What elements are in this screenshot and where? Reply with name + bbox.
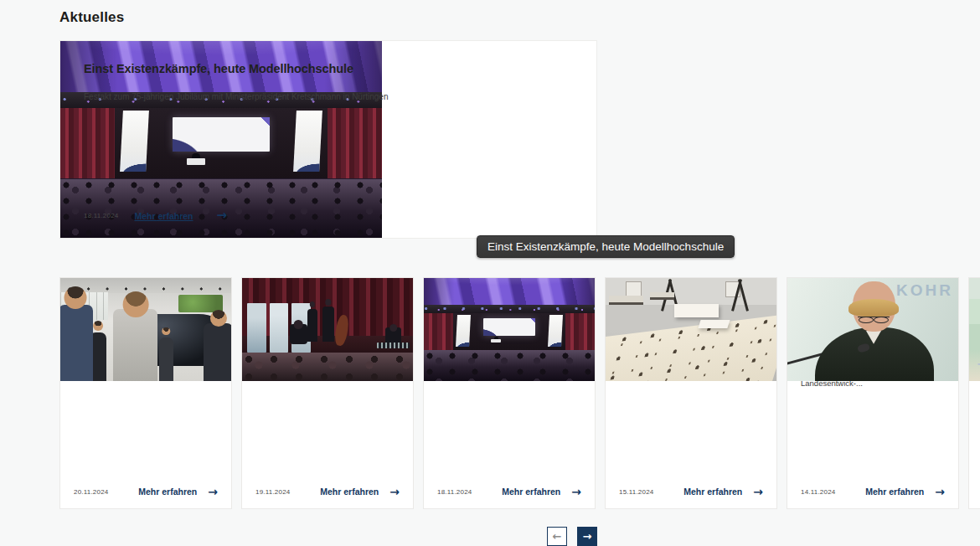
workshop-ceiling-decor bbox=[60, 278, 231, 293]
audience-crowd-decor bbox=[242, 353, 413, 381]
arrow-right-icon[interactable]: → bbox=[216, 209, 227, 222]
rollup-banner-decor bbox=[270, 303, 288, 353]
news-card-modellhochschule[interactable]: Einst Existenzkämpfe, heute Modellhochsc… bbox=[423, 277, 596, 509]
news-card-image bbox=[242, 278, 413, 381]
news-carousel: Ministerpräsident in der Autowerkstatt d… bbox=[59, 277, 980, 509]
more-link[interactable]: Mehr erfahren bbox=[138, 487, 197, 497]
news-card-partial[interactable]: TU bbox=[968, 277, 980, 509]
more-link[interactable]: Mehr erfahren bbox=[502, 487, 560, 497]
news-card-eigenheim[interactable]: KOHR Eigenheim nicht nur für Wenige Stan… bbox=[787, 277, 959, 509]
arrow-right-icon: → bbox=[583, 531, 592, 542]
stage-decor bbox=[424, 313, 595, 350]
aktuelles-news-section: Aktuelles Einst Existenzkämpfe, heute Mo… bbox=[0, 0, 980, 546]
news-card-autowerkstatt[interactable]: Ministerpräsident in der Autowerkstatt d… bbox=[59, 277, 232, 509]
arrow-right-icon[interactable]: → bbox=[753, 486, 763, 497]
rollup-banner-decor bbox=[247, 303, 266, 353]
news-card-meta: 18.11.2024 Mehr erfahren → bbox=[437, 486, 581, 497]
lighting-truss-decor bbox=[424, 305, 595, 313]
more-link[interactable]: Mehr erfahren bbox=[320, 487, 379, 497]
news-card-meta: 19.11.2024 Mehr erfahren → bbox=[255, 486, 400, 497]
news-card-image: KOHR bbox=[787, 278, 958, 381]
ceiling-drapes-decor bbox=[424, 278, 595, 306]
more-link-group: Mehr erfahren → bbox=[320, 486, 400, 497]
featured-more-link[interactable]: Mehr erfahren bbox=[134, 211, 193, 221]
more-link[interactable]: Mehr erfahren bbox=[683, 487, 742, 497]
more-link-group: Mehr erfahren → bbox=[683, 486, 763, 497]
audience-crowd-decor bbox=[424, 350, 595, 381]
architecture-model-decor bbox=[699, 320, 730, 328]
anniversary-banner-right-decor bbox=[548, 315, 563, 347]
background-slide-text: KOHR bbox=[896, 281, 953, 300]
news-card-meta: 14.11.2024 Mehr erfahren → bbox=[801, 486, 945, 497]
news-card-image bbox=[606, 278, 776, 381]
anniversary-banner-left-decor bbox=[456, 315, 471, 347]
featured-article-meta: 18.11.2024 Mehr erfahren → bbox=[84, 209, 227, 222]
more-link-group: Mehr erfahren → bbox=[502, 486, 581, 497]
person-decor bbox=[159, 337, 173, 381]
news-card-image bbox=[60, 278, 231, 381]
news-card-date: 19.11.2024 bbox=[255, 488, 290, 496]
exhibition-table-decor bbox=[609, 296, 643, 305]
projection-screen-decor bbox=[483, 318, 534, 337]
news-card-meta: 15.11.2024 Mehr erfahren → bbox=[619, 486, 763, 497]
carousel-prev-button[interactable]: ← bbox=[547, 527, 567, 546]
more-link-group: Mehr erfahren → bbox=[138, 486, 218, 497]
featured-article-date: 18.11.2024 bbox=[84, 212, 118, 219]
arrow-left-icon: ← bbox=[553, 531, 562, 542]
musician-decor bbox=[290, 324, 307, 343]
news-card-image bbox=[424, 278, 595, 381]
news-card-date: 14.11.2024 bbox=[801, 488, 835, 496]
featured-article-body: Einst Existenzkämpfe, heute Modellhochsc… bbox=[60, 41, 596, 238]
podium-speaker-decor bbox=[494, 337, 498, 342]
stage-curtain-right-decor bbox=[565, 313, 595, 350]
arrow-right-icon[interactable]: → bbox=[208, 486, 218, 497]
person-decor bbox=[204, 323, 231, 381]
news-card-staedtebau[interactable]: Städtebau-Ikonen im Modellformat Modellb… bbox=[605, 277, 777, 509]
news-card-abschied[interactable]: Feierlicher Abschied Absolventenverabsch… bbox=[241, 277, 414, 509]
architecture-model-decor bbox=[674, 304, 719, 317]
exhibition-table-decor bbox=[650, 292, 674, 300]
featured-article-card[interactable]: Einst Existenzkämpfe, heute Modellhochsc… bbox=[59, 40, 597, 239]
carousel-next-button[interactable]: → bbox=[577, 527, 597, 546]
news-card-date: 15.11.2024 bbox=[619, 488, 653, 496]
musician-decor bbox=[322, 306, 334, 342]
news-card-image: TU bbox=[969, 278, 980, 381]
news-card-date: 18.11.2024 bbox=[437, 488, 472, 496]
arrow-right-icon[interactable]: → bbox=[389, 486, 400, 497]
link-hover-tooltip: Einst Existenzkämpfe, heute Modellhochsc… bbox=[477, 235, 735, 258]
news-card-meta: 20.11.2024 Mehr erfahren → bbox=[74, 486, 218, 497]
featured-article-description: Festakt zum 75-jährigen Jubiläum mit Min… bbox=[84, 90, 573, 104]
musician-decor bbox=[385, 327, 400, 344]
arrow-right-icon[interactable]: → bbox=[935, 486, 945, 497]
more-link[interactable]: Mehr erfahren bbox=[865, 487, 924, 497]
musician-decor bbox=[307, 309, 317, 342]
more-link-group: Mehr erfahren → bbox=[865, 486, 945, 497]
person-decor bbox=[113, 309, 157, 381]
speaker-glasses-decor bbox=[858, 317, 890, 322]
speaker-hair-decor bbox=[848, 299, 898, 317]
person-decor bbox=[60, 305, 93, 381]
featured-article-title: Einst Existenzkämpfe, heute Modellhochsc… bbox=[84, 60, 573, 78]
page-title: Aktuelles bbox=[59, 9, 124, 26]
news-card-date: 20.11.2024 bbox=[74, 488, 108, 496]
arrow-right-icon[interactable]: → bbox=[571, 486, 581, 497]
model-board-with-trees-decor bbox=[606, 314, 776, 381]
stage-curtain-left-decor bbox=[424, 313, 453, 350]
keyboard-decor bbox=[377, 343, 410, 348]
